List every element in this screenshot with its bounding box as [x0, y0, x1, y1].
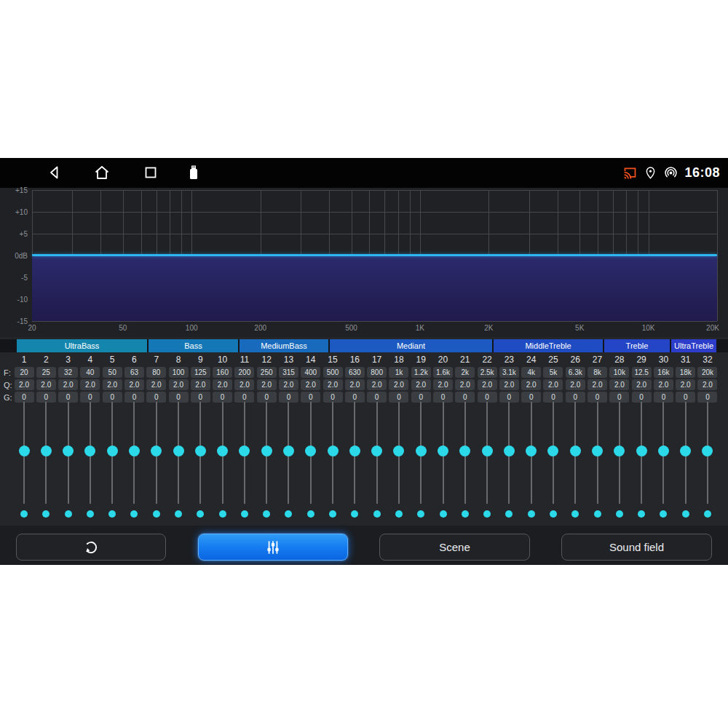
band-segment-treble: Treble [604, 339, 670, 352]
channel-slider-handle[interactable] [702, 446, 713, 456]
reset-icon [82, 538, 100, 557]
channel-slider-handle[interactable] [416, 446, 427, 456]
channel-q-value: 2.0 [213, 379, 232, 390]
channel-q-value: 2.0 [566, 379, 585, 390]
channel-gain-value: 0 [499, 392, 519, 403]
reset-button[interactable] [16, 534, 166, 561]
channel-slider-handle[interactable] [195, 446, 206, 456]
channel-number: 26 [564, 355, 586, 365]
channel-slider-handle[interactable] [107, 446, 118, 456]
band-segment-label: Bass [184, 341, 202, 350]
home-icon[interactable] [93, 164, 111, 181]
channel-slider-handle[interactable] [305, 446, 316, 456]
usb-icon[interactable] [185, 164, 202, 181]
sound-field-button[interactable]: Sound field [561, 534, 712, 561]
channel-slider-handle[interactable] [173, 446, 184, 456]
channel-number: 27 [587, 355, 609, 365]
scene-button[interactable]: Scene [379, 534, 530, 561]
channel-slider-handle[interactable] [129, 446, 140, 456]
channel-slider-handle[interactable] [504, 446, 515, 456]
channel-q-value: 2.0 [587, 379, 607, 390]
channel-number: 24 [521, 355, 542, 365]
channel-slider-handle[interactable] [283, 446, 294, 456]
channel-indicator-dot [87, 510, 94, 518]
band-segment-bass: Bass [149, 339, 238, 352]
channel-slider-handle[interactable] [151, 446, 162, 456]
channel-indicator-dot [616, 510, 623, 518]
channel-number: 7 [146, 355, 167, 365]
q-row-label: Q: [4, 381, 12, 389]
eq-response-line [32, 254, 717, 256]
channel-slider-handle[interactable] [63, 446, 74, 456]
channel-slider-handle[interactable] [526, 446, 537, 456]
channel-q-value: 2.0 [146, 379, 166, 390]
channel-slider-handle[interactable] [84, 446, 95, 456]
band-segment-label: Mediant [397, 341, 425, 350]
channel-slider-handle[interactable] [19, 446, 30, 456]
status-bar-right: 16:08 [622, 158, 720, 188]
chart-y-tick-label: -5 [0, 274, 28, 282]
channel-slider-handle[interactable] [547, 446, 558, 456]
channel-frequency-value: 16k [654, 367, 673, 378]
channel-slider-handle[interactable] [239, 446, 250, 456]
channel-gain-value: 0 [543, 392, 563, 403]
channel-slider-handle[interactable] [371, 446, 382, 456]
scene-button-label: Scene [439, 541, 470, 553]
channel-frequency-value: 20k [697, 367, 717, 378]
channel-frequency-value: 18k [676, 367, 695, 378]
channel-slider-handle[interactable] [459, 446, 470, 456]
channel-indicator-dot [571, 510, 579, 518]
channel-number: 3 [58, 355, 79, 365]
channel-frequency-value: 5k [543, 367, 563, 378]
channel-slider-handle[interactable] [217, 446, 228, 456]
channel-number: 5 [101, 355, 123, 365]
channel-gain-value: 0 [80, 392, 100, 403]
channel-indicator-dot [130, 510, 138, 518]
back-icon[interactable] [46, 164, 63, 181]
channel-gain-value: 0 [345, 392, 365, 403]
channel-gain-value: 0 [279, 392, 298, 403]
channel-slider-handle[interactable] [680, 446, 691, 456]
channel-indicator-dot [462, 510, 469, 518]
recents-icon[interactable] [142, 164, 159, 181]
channel-gain-value: 0 [36, 392, 56, 403]
hotspot-icon [663, 165, 678, 181]
channel-slider-handle[interactable] [658, 446, 669, 456]
channel-gain-value: 0 [654, 392, 673, 403]
channel-q-value: 2.0 [345, 379, 365, 390]
channel-frequency-value: 80 [146, 367, 166, 378]
channel-number: 29 [630, 355, 652, 365]
channel-indicator-dot [440, 510, 447, 518]
channel-slider-handle[interactable] [261, 446, 272, 456]
channel-q-value: 2.0 [411, 379, 431, 390]
channel-slider-handle[interactable] [349, 446, 360, 456]
equalizer-button[interactable] [198, 534, 348, 561]
chart-x-tick-label: 10K [642, 324, 655, 332]
channel-slider-handle[interactable] [482, 446, 493, 456]
channel-slider-handle[interactable] [438, 446, 448, 456]
channel-q-value: 2.0 [323, 379, 343, 390]
channel-gain-value: 0 [478, 392, 497, 403]
channel-gain-value: 0 [609, 392, 629, 403]
channel-indicator-dot [417, 510, 424, 518]
channel-q-value: 2.0 [478, 379, 497, 390]
channel-indicator-dot [263, 510, 270, 518]
channel-slider-handle[interactable] [592, 446, 603, 456]
channel-slider-handle[interactable] [570, 446, 581, 456]
freq-row-label: F: [4, 368, 11, 377]
channel-slider-handle[interactable] [614, 446, 625, 456]
channel-frequency-value: 8k [587, 367, 607, 378]
channel-number: 12 [256, 355, 277, 365]
channel-number: 28 [609, 355, 630, 365]
channel-gain-value: 0 [58, 392, 78, 403]
channel-indicator-dot [395, 510, 403, 518]
chart-x-tick-label: 200 [254, 324, 266, 332]
channel-slider-handle[interactable] [328, 446, 339, 456]
channel-slider-handle[interactable] [636, 446, 647, 456]
channel-slider-handle[interactable] [393, 446, 404, 456]
channel-frequency-value: 1.2k [411, 367, 431, 378]
channel-indicator-dot [197, 510, 204, 518]
channel-slider-handle[interactable] [41, 446, 52, 456]
channel-q-value: 2.0 [257, 379, 277, 390]
channel-frequency-value: 3.1k [499, 367, 519, 378]
